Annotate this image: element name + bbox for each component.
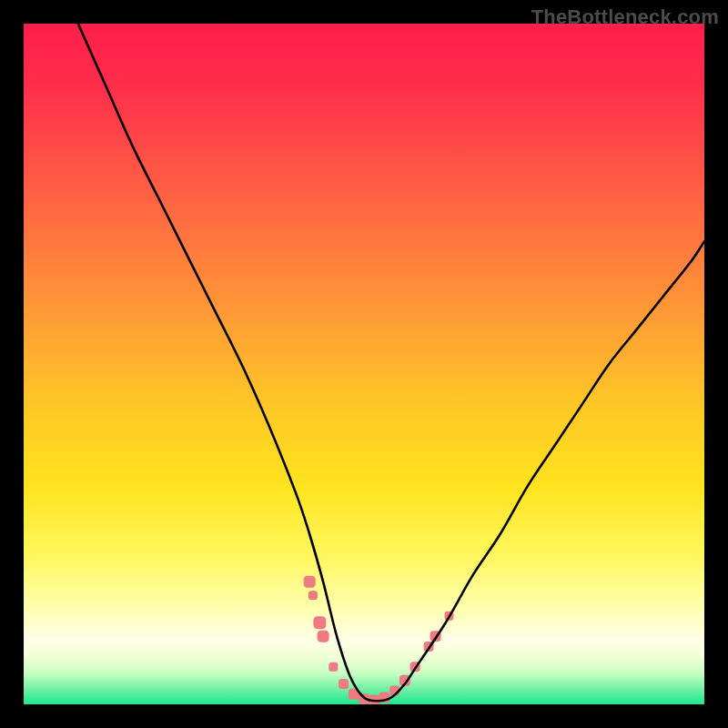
chart-svg <box>24 24 704 704</box>
data-marker <box>308 591 318 600</box>
data-marker <box>313 616 326 629</box>
watermark-text: TheBottleneck.com <box>531 5 719 29</box>
data-marker <box>304 576 316 588</box>
data-marker <box>329 662 338 672</box>
data-marker <box>318 631 329 642</box>
chart-frame: TheBottleneck.com <box>0 0 728 728</box>
chart-plot-area <box>24 24 704 704</box>
gradient-background <box>24 24 704 704</box>
data-marker <box>339 679 349 689</box>
